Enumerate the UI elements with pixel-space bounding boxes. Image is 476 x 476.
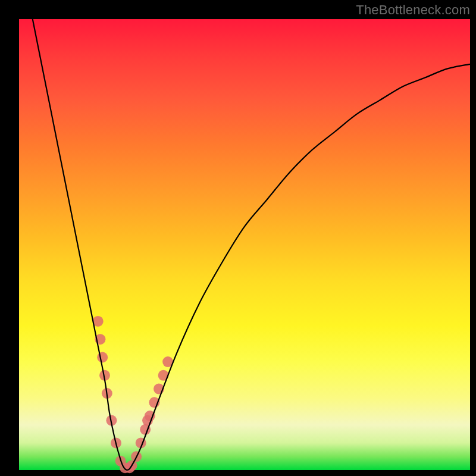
chart-svg <box>19 19 470 470</box>
chart-plot-area <box>19 19 470 470</box>
chart-frame: TheBottleneck.com <box>0 0 476 476</box>
watermark-text: TheBottleneck.com <box>356 2 470 18</box>
data-dot <box>97 352 108 363</box>
bottleneck-curve <box>33 19 470 470</box>
